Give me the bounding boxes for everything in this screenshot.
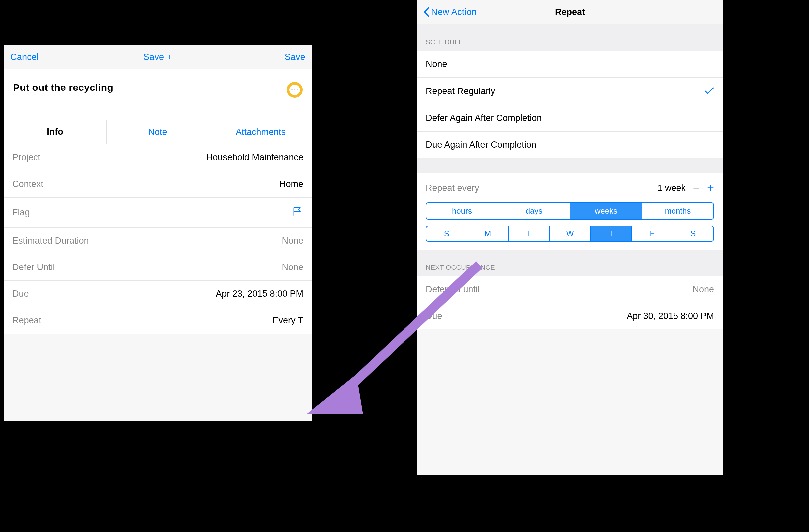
- unit-weeks[interactable]: weeks: [570, 203, 642, 219]
- repeat-every-label: Repeat every: [426, 183, 479, 193]
- row-value: None: [282, 235, 303, 246]
- unit-days[interactable]: days: [498, 203, 570, 219]
- stepper-minus-button[interactable]: −: [693, 182, 700, 195]
- row-label: Due: [426, 311, 443, 321]
- row-context[interactable]: Context Home: [4, 171, 312, 198]
- row-repeat[interactable]: Repeat Every T: [4, 307, 312, 334]
- schedule-option-none[interactable]: None: [417, 51, 723, 77]
- row-label: Flag: [12, 207, 30, 218]
- row-defer-until[interactable]: Defer Until None: [4, 254, 312, 281]
- back-button[interactable]: New Action: [424, 7, 477, 17]
- cancel-button[interactable]: Cancel: [10, 52, 39, 62]
- row-value: None: [692, 284, 714, 295]
- page-title: Repeat: [555, 7, 585, 17]
- stepper-plus-button[interactable]: +: [707, 181, 714, 195]
- repeat-every-block: Repeat every 1 week − + hours days weeks…: [417, 173, 723, 250]
- task-editor-screen: Cancel Save + Save Put out the recycling…: [4, 45, 312, 421]
- tab-info[interactable]: Info: [4, 120, 106, 144]
- option-label: None: [426, 59, 447, 69]
- chevron-left-icon: [424, 7, 430, 17]
- day-thu[interactable]: T: [591, 226, 632, 241]
- row-label: Deferred until: [426, 284, 480, 295]
- row-label: Context: [12, 179, 43, 189]
- row-value: Apr 23, 2015 8:00 PM: [216, 289, 303, 299]
- details-list: Project Household Maintenance Context Ho…: [4, 144, 312, 334]
- status-circle-icon[interactable]: [287, 82, 303, 98]
- back-label: New Action: [431, 7, 477, 17]
- day-sun[interactable]: S: [427, 226, 467, 241]
- schedule-option-defer-after[interactable]: Defer Again After Completion: [417, 105, 723, 132]
- section-divider: [417, 158, 723, 173]
- row-label: Project: [12, 153, 40, 163]
- section-next-occurrence-header: Next Occurrence: [417, 250, 723, 277]
- svg-marker-0: [306, 374, 363, 414]
- schedule-list: None Repeat Regularly Defer Again After …: [417, 51, 723, 158]
- row-value: Home: [279, 179, 303, 189]
- row-due[interactable]: Due Apr 23, 2015 8:00 PM: [4, 281, 312, 307]
- repeat-every-value: 1 week: [657, 183, 686, 193]
- next-due[interactable]: Due Apr 30, 2015 8:00 PM: [417, 303, 723, 330]
- section-schedule-header: Schedule: [417, 24, 723, 51]
- tab-attachments[interactable]: Attachments: [209, 120, 312, 144]
- next-occurrence-list: Deferred until None Due Apr 30, 2015 8:0…: [417, 277, 723, 330]
- tab-bar: Info Note Attachments: [4, 120, 312, 144]
- schedule-option-due-after[interactable]: Due Again After Completion: [417, 132, 723, 158]
- checkmark-icon: [705, 86, 714, 97]
- option-label: Due Again After Completion: [426, 140, 536, 150]
- row-project[interactable]: Project Household Maintenance: [4, 144, 312, 171]
- navbar: New Action Repeat: [417, 0, 723, 24]
- row-flag[interactable]: Flag: [4, 198, 312, 228]
- row-label: Due: [12, 289, 29, 299]
- day-sat[interactable]: S: [673, 226, 713, 241]
- day-segmented-control: S M T W T F S: [426, 226, 714, 242]
- task-header: Put out the recycling: [4, 69, 312, 120]
- row-value: Apr 30, 2015 8:00 PM: [626, 311, 714, 321]
- row-value: Household Maintenance: [206, 153, 303, 163]
- option-label: Repeat Regularly: [426, 86, 495, 96]
- row-value: Every T: [272, 315, 303, 326]
- day-mon[interactable]: M: [467, 226, 509, 241]
- repeat-settings-screen: New Action Repeat Schedule None Repeat R…: [417, 0, 723, 476]
- row-value: None: [282, 262, 303, 272]
- save-plus-button[interactable]: Save +: [143, 52, 172, 62]
- unit-months[interactable]: months: [642, 203, 713, 219]
- save-button[interactable]: Save: [285, 52, 305, 62]
- row-label: Repeat: [12, 315, 41, 326]
- day-wed[interactable]: W: [550, 226, 590, 241]
- repeat-stepper: 1 week − +: [657, 181, 714, 195]
- flag-icon: [292, 206, 303, 219]
- day-fri[interactable]: F: [632, 226, 673, 241]
- row-label: Estimated Duration: [12, 235, 89, 246]
- next-deferred-until[interactable]: Deferred until None: [417, 277, 723, 303]
- row-label: Defer Until: [12, 262, 55, 272]
- task-title[interactable]: Put out the recycling: [13, 82, 113, 93]
- unit-hours[interactable]: hours: [427, 203, 498, 219]
- row-estimated-duration[interactable]: Estimated Duration None: [4, 228, 312, 254]
- tab-note[interactable]: Note: [106, 120, 209, 144]
- option-label: Defer Again After Completion: [426, 113, 542, 123]
- schedule-option-repeat-regularly[interactable]: Repeat Regularly: [417, 77, 723, 105]
- unit-segmented-control: hours days weeks months: [426, 202, 714, 219]
- day-tue[interactable]: T: [509, 226, 550, 241]
- navbar: Cancel Save + Save: [4, 45, 312, 69]
